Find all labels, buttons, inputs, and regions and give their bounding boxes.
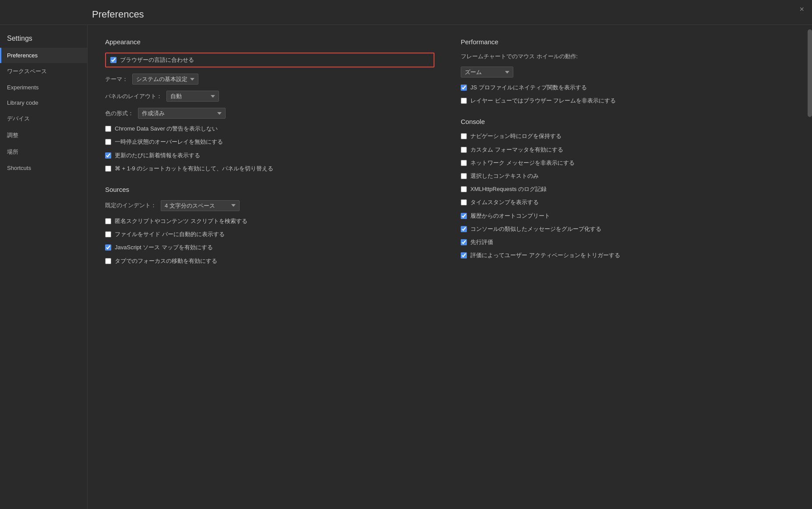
default-indent-row: 既定のインデント： 4 文字分のスペース <box>105 200 434 211</box>
console-checkboxes: ナビゲーション時にログを保持するカスタム フォーマッタを有効にするネットワーク … <box>461 132 790 259</box>
theme-select[interactable]: システムの基本設定 <box>132 74 198 85</box>
default-indent-select[interactable]: 4 文字分のスペース <box>161 200 240 211</box>
disable-paused-overlay-checkbox[interactable] <box>105 139 111 145</box>
default-indent-label: 既定のインデント： <box>105 201 156 209</box>
scrollbar-thumb[interactable] <box>808 29 812 117</box>
scrollbar[interactable] <box>808 25 812 509</box>
show-whats-new-row: 更新のたびに新着情報を表示する <box>105 152 434 159</box>
js-profile-native-label[interactable]: JS プロファイルにネイティブ関数を表示する <box>470 84 587 92</box>
log-xmlhttprequests-checkbox[interactable] <box>461 186 467 192</box>
auto-reveal-checkbox[interactable] <box>105 231 111 237</box>
color-format-label: 色の形式： <box>105 110 134 117</box>
show-whats-new-checkbox[interactable] <box>105 152 111 159</box>
color-format-select[interactable]: 作成済み <box>138 108 226 119</box>
flame-chart-label: フレームチャートでのマウス ホイールの動作: <box>461 53 578 60</box>
tab-focus-checkbox[interactable] <box>105 258 111 264</box>
js-source-maps-checkbox[interactable] <box>105 244 111 251</box>
log-xmlhttprequests-label[interactable]: XMLHttpRequests のログ記録 <box>470 185 547 193</box>
console-title: Console <box>461 118 790 125</box>
custom-formatters-label[interactable]: カスタム フォーマッタを有効にする <box>470 146 563 154</box>
chrome-data-saver-label[interactable]: Chrome Data Saver の警告を表示しない <box>115 125 218 133</box>
color-format-row: 色の形式： 作成済み <box>105 108 434 119</box>
browser-language-label[interactable]: ブラウザーの言語に合わせる <box>120 56 194 64</box>
show-timestamps-checkbox[interactable] <box>461 199 467 205</box>
eager-evaluation-label[interactable]: 先行評価 <box>470 238 493 246</box>
sidebar-item-preferences[interactable]: Preferences <box>0 48 87 63</box>
auto-reveal-label[interactable]: ファイルをサイド バーに自動的に表示する <box>115 230 225 238</box>
sidebar-item-shortcuts[interactable]: Shortcuts <box>0 160 87 176</box>
sidebar-item-devices[interactable]: デバイス <box>0 110 87 127</box>
sources-section: Sources 既定のインデント： 4 文字分のスペース 匿名スクリプトやコンテ… <box>105 186 434 265</box>
show-timestamps-row: タイムスタンプを表示する <box>461 198 790 206</box>
theme-label: テーマ： <box>105 75 128 83</box>
hide-network-messages-label[interactable]: ネットワーク メッセージを非表示にする <box>470 159 575 167</box>
left-column: Appearance ブラウザーの言語に合わせる テーマ： システムの基本設定 <box>105 34 434 500</box>
hide-browser-frames-checkbox[interactable] <box>461 98 467 104</box>
performance-checkboxes: JS プロファイルにネイティブ関数を表示するレイヤー ビューではブラウザー フレ… <box>461 84 790 105</box>
hide-browser-frames-label[interactable]: レイヤー ビューではブラウザー フレームを非表示にする <box>470 97 616 105</box>
settings-heading: Settings <box>0 29 87 48</box>
search-anonymous-label[interactable]: 匿名スクリプトやコンテンツ スクリプトを検索する <box>115 217 247 225</box>
selected-context-only-row: 選択したコンテキストのみ <box>461 172 790 180</box>
hide-browser-frames-row: レイヤー ビューではブラウザー フレームを非表示にする <box>461 97 790 105</box>
sidebar-item-throttling[interactable]: 調整 <box>0 127 87 144</box>
user-activation-checkbox[interactable] <box>461 252 467 258</box>
hide-network-messages-checkbox[interactable] <box>461 160 467 166</box>
sidebar-nav: PreferencesワークスペースExperimentsLibrary cod… <box>0 48 87 176</box>
chrome-data-saver-checkbox[interactable] <box>105 126 111 132</box>
right-column: Performance フレームチャートでのマウス ホイールの動作: ズーム J… <box>461 34 790 500</box>
flame-chart-row: フレームチャートでのマウス ホイールの動作: <box>461 53 790 60</box>
group-similar-messages-checkbox[interactable] <box>461 226 467 232</box>
preserve-log-row: ナビゲーション時にログを保持する <box>461 132 790 140</box>
appearance-title: Appearance <box>105 38 434 46</box>
log-xmlhttprequests-row: XMLHttpRequests のログ記録 <box>461 185 790 193</box>
hide-network-messages-row: ネットワーク メッセージを非表示にする <box>461 159 790 167</box>
main-content: Appearance ブラウザーの言語に合わせる テーマ： システムの基本設定 <box>88 25 808 509</box>
preserve-log-label[interactable]: ナビゲーション時にログを保持する <box>470 132 561 140</box>
group-similar-messages-row: コンソールの類似したメッセージをグループ化する <box>461 225 790 233</box>
panel-shortcuts-label[interactable]: ⌘ + 1-9 のショートカットを有効にして、パネルを切り替える <box>115 165 273 173</box>
preserve-log-checkbox[interactable] <box>461 133 467 139</box>
show-whats-new-label[interactable]: 更新のたびに新着情報を表示する <box>115 152 200 159</box>
js-source-maps-row: JavaScript ソース マップを有効にする <box>105 244 434 251</box>
user-activation-row: 評価によってユーザー アクティベーションをトリガーする <box>461 251 790 259</box>
sidebar-item-workspace[interactable]: ワークスペース <box>0 63 87 80</box>
show-timestamps-label[interactable]: タイムスタンプを表示する <box>470 198 539 206</box>
custom-formatters-row: カスタム フォーマッタを有効にする <box>461 146 790 154</box>
sidebar-item-experiments[interactable]: Experiments <box>0 80 87 95</box>
sidebar-item-locations[interactable]: 場所 <box>0 144 87 160</box>
browser-language-checkbox[interactable] <box>110 57 117 63</box>
js-profile-native-row: JS プロファイルにネイティブ関数を表示する <box>461 84 790 92</box>
js-source-maps-label[interactable]: JavaScript ソース マップを有効にする <box>115 244 213 251</box>
appearance-section: Appearance ブラウザーの言語に合わせる テーマ： システムの基本設定 <box>105 38 434 173</box>
chrome-data-saver-row: Chrome Data Saver の警告を表示しない <box>105 125 434 133</box>
flame-chart-select[interactable]: ズーム <box>461 67 513 78</box>
panel-shortcuts-row: ⌘ + 1-9 のショートカットを有効にして、パネルを切り替える <box>105 165 434 173</box>
panel-shortcuts-checkbox[interactable] <box>105 166 111 172</box>
performance-section: Performance フレームチャートでのマウス ホイールの動作: ズーム J… <box>461 38 790 105</box>
user-activation-label[interactable]: 評価によってユーザー アクティベーションをトリガーする <box>470 251 620 259</box>
history-autocomplete-label[interactable]: 履歴からのオートコンプリート <box>470 212 550 220</box>
eager-evaluation-checkbox[interactable] <box>461 239 467 245</box>
selected-context-only-label[interactable]: 選択したコンテキストのみ <box>470 172 539 180</box>
auto-reveal-row: ファイルをサイド バーに自動的に表示する <box>105 230 434 238</box>
history-autocomplete-row: 履歴からのオートコンプリート <box>461 212 790 220</box>
theme-row: テーマ： システムの基本設定 <box>105 74 434 85</box>
sidebar-item-library-code[interactable]: Library code <box>0 95 87 110</box>
group-similar-messages-label[interactable]: コンソールの類似したメッセージをグループ化する <box>470 225 601 233</box>
disable-paused-overlay-label[interactable]: 一時停止状態のオーバーレイを無効にする <box>115 138 223 146</box>
custom-formatters-checkbox[interactable] <box>461 147 467 153</box>
history-autocomplete-checkbox[interactable] <box>461 213 467 219</box>
search-anonymous-checkbox[interactable] <box>105 218 111 224</box>
sources-title: Sources <box>105 186 434 193</box>
close-button[interactable]: × <box>799 5 804 13</box>
selected-context-only-checkbox[interactable] <box>461 173 467 179</box>
tab-focus-label[interactable]: タブでのフォーカスの移動を有効にする <box>115 257 217 265</box>
js-profile-native-checkbox[interactable] <box>461 85 467 91</box>
performance-title: Performance <box>461 38 790 46</box>
panel-layout-select[interactable]: 自動 <box>166 91 219 102</box>
sources-checkboxes: 匿名スクリプトやコンテンツ スクリプトを検索するファイルをサイド バーに自動的に… <box>105 217 434 265</box>
dialog-body: Settings PreferencesワークスペースExperimentsLi… <box>0 25 812 509</box>
console-section: Console ナビゲーション時にログを保持するカスタム フォーマッタを有効にす… <box>461 118 790 259</box>
dialog-title: Preferences <box>0 0 812 25</box>
